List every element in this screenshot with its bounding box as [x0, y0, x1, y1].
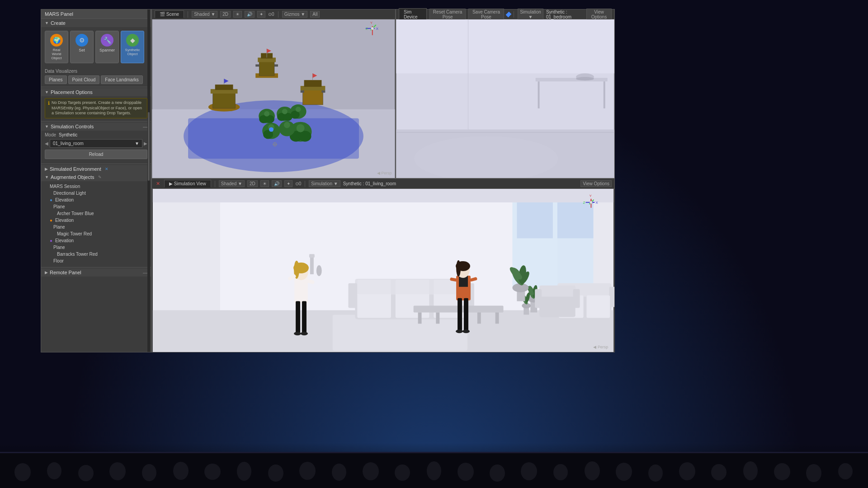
view-options-btn-device[interactable]: View Options — [586, 9, 612, 20]
svg-text:Z: Z — [366, 27, 368, 31]
svg-text:Z: Z — [583, 201, 585, 205]
svg-point-178 — [743, 461, 758, 480]
svg-point-32 — [282, 109, 288, 114]
sim-view-2d[interactable]: 2D — [247, 180, 258, 187]
aug-objects-header[interactable]: ▼ Augmented Objects ✎ — [41, 173, 151, 181]
scene-tab-icon: 🎬 — [160, 12, 166, 17]
scene-next-icon[interactable]: ▶ — [144, 141, 147, 146]
reload-btn[interactable]: Reload — [45, 150, 147, 159]
simulated-env-header[interactable]: ▶ Simulated Environment ✕ — [41, 165, 151, 173]
svg-point-176 — [679, 462, 695, 480]
lighting-btn[interactable]: ☀ — [233, 11, 242, 18]
aug-edit-icon[interactable]: ✎ — [98, 175, 102, 179]
svg-text:Y: Y — [589, 194, 592, 198]
sim-view-synthetic: Synthetic : 01_living_room — [343, 181, 396, 186]
svg-point-44 — [284, 122, 290, 128]
data-visualizers-label: Data Visualizers — [45, 69, 147, 74]
sim-view-shading[interactable]: Shaded ▼ — [219, 180, 245, 187]
sim-device-tab[interactable]: Sim Device — [399, 8, 427, 21]
sim-view-tab[interactable]: ▶ Simulation View — [164, 180, 211, 188]
svg-point-155 — [14, 463, 31, 481]
sim-view-close-btn[interactable]: ✕ — [155, 180, 161, 187]
create-section-header[interactable]: ▼ Create — [41, 19, 151, 27]
plane-1-label: Plane — [53, 204, 65, 209]
svg-rect-78 — [153, 189, 613, 202]
sep-1 — [188, 11, 188, 18]
svg-rect-96 — [418, 312, 422, 324]
svg-point-166 — [363, 462, 379, 480]
svg-rect-9 — [274, 64, 278, 66]
remote-panel-collapse[interactable]: — — [143, 270, 147, 275]
shading-dropdown[interactable]: Shaded ▼ — [192, 11, 217, 18]
warning-text: No Drop Targets present. Create a new dr… — [52, 100, 144, 116]
tree-floor[interactable]: Floor — [45, 258, 147, 264]
scene-prev-icon[interactable]: ◀ — [45, 141, 48, 146]
svg-point-168 — [427, 461, 441, 480]
sim-controls-body: Mode Synthetic ◀ 01_living_room ▼ ▶ Relo… — [41, 131, 151, 163]
svg-rect-13 — [213, 91, 236, 108]
tree-plane-1[interactable]: Plane — [45, 203, 147, 210]
simulation-dropdown[interactable]: Simulation ▼ — [518, 9, 543, 20]
tree-elevation-3[interactable]: ● Elevation — [45, 237, 147, 244]
elevation-2-label: Elevation — [55, 218, 74, 223]
point-cloud-btn[interactable]: Point Cloud — [68, 75, 100, 84]
sim-view-audio[interactable]: 🔊 — [272, 180, 282, 187]
tree-plane-2[interactable]: Plane — [45, 224, 147, 230]
svg-rect-77 — [333, 314, 467, 351]
remote-panel-header[interactable]: ▶ Remote Panel — — [41, 268, 151, 277]
sep-5 — [305, 181, 305, 187]
scene-tab[interactable]: 🎬 Scene — [155, 10, 184, 18]
create-synthetic-btn[interactable]: ◆ SyntheticObject — [121, 31, 144, 63]
create-buttons-group: 🌍 Real WorldObject ⚙ Set 🔧 Spanner ◆ Syn… — [41, 27, 151, 67]
svg-rect-23 — [301, 90, 304, 93]
sim-controls-header[interactable]: ▼ Simulation Controls — — [41, 122, 151, 131]
view-options-btn-sim[interactable]: View Options — [580, 180, 612, 187]
tree-directional-light[interactable]: Directional Light — [45, 190, 147, 197]
svg-rect-86 — [357, 280, 391, 294]
panel-scrollbar[interactable] — [147, 9, 150, 352]
tree-plane-3[interactable]: Plane — [45, 244, 147, 251]
svg-point-163 — [268, 465, 283, 482]
tree-elevation-1[interactable]: ● Elevation — [45, 197, 147, 203]
create-arrow: ▼ — [45, 21, 49, 25]
sim-view-light[interactable]: ☀ — [260, 180, 269, 187]
svg-text:Y: Y — [370, 21, 373, 25]
svg-rect-97 — [495, 312, 499, 324]
tree-archer-tower[interactable]: Archer Tower Blue — [45, 210, 147, 217]
effects-btn[interactable]: ✦ — [257, 11, 265, 18]
create-set-btn[interactable]: ⚙ Set — [70, 31, 94, 63]
all-btn[interactable]: All — [310, 11, 320, 18]
sim-view-sim-dropdown[interactable]: Simulation ▼ — [309, 180, 340, 187]
svg-rect-65 — [604, 81, 605, 108]
divider-4 — [41, 267, 151, 267]
face-landmarks-btn[interactable]: Face Landmarks — [101, 75, 142, 84]
sim-view-effects[interactable]: ✦ — [284, 180, 292, 187]
planes-btn[interactable]: Planes — [45, 75, 67, 84]
sim-device-diamond-icon — [505, 11, 511, 17]
gizmos-btn[interactable]: Gizmos ▼ — [282, 11, 308, 18]
divider-3 — [41, 164, 151, 164]
scene-dropdown[interactable]: 01_living_room ▼ — [50, 139, 142, 148]
create-spawner-btn[interactable]: 🔧 Spanner — [95, 31, 119, 63]
synthetic-icon: ◆ — [126, 34, 139, 47]
svg-rect-15 — [215, 84, 233, 90]
sim-controls-collapse[interactable]: — — [143, 124, 147, 129]
tree-elevation-2[interactable]: ● Elevation — [45, 217, 147, 224]
svg-point-162 — [237, 462, 251, 481]
sim-device-toolbar: Sim Device Reset Camera Pose Save Camera… — [396, 9, 614, 19]
placement-options-header[interactable]: ▼ Placement Options — [41, 88, 151, 96]
tree-mars-session[interactable]: MARS Session — [45, 183, 147, 190]
tree-barracks-tower[interactable]: Barracks Tower Red — [45, 251, 147, 258]
create-real-world-btn[interactable]: 🌍 Real WorldObject — [45, 31, 68, 63]
save-camera-btn[interactable]: Save Camera Pose — [468, 9, 504, 20]
audience-silhouettes — [0, 452, 868, 488]
sim-env-link-icon[interactable]: ✕ — [105, 167, 108, 171]
remote-arrow: ▶ — [45, 270, 48, 275]
tree-magic-tower[interactable]: Magic Tower Red — [45, 230, 147, 237]
svg-rect-113 — [310, 256, 314, 274]
2d-btn[interactable]: 2D — [220, 11, 231, 18]
svg-text:X: X — [595, 201, 598, 205]
audio-btn[interactable]: 🔊 — [245, 11, 255, 18]
reset-camera-btn[interactable]: Reset Camera Pose — [429, 9, 466, 20]
svg-rect-75 — [557, 202, 594, 239]
